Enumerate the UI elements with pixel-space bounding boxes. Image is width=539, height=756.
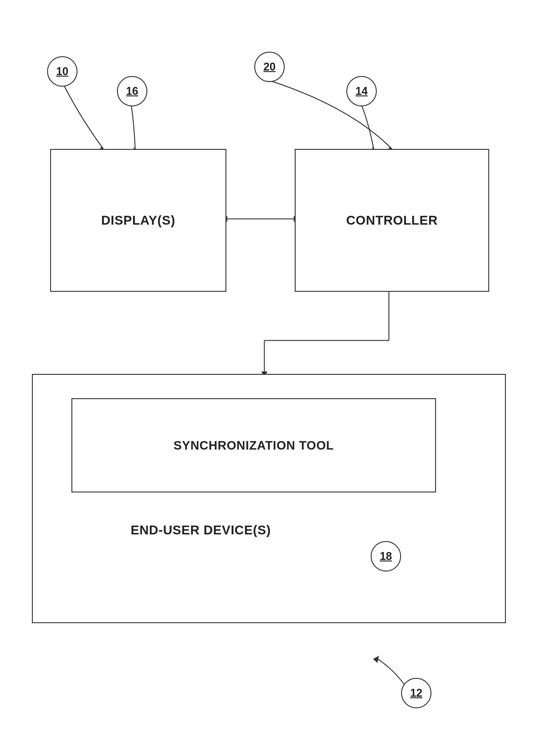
circle-14: 14 (346, 76, 377, 106)
circle-20: 20 (254, 52, 285, 82)
end-user-label: END-USER DEVICE(S) (131, 523, 271, 538)
sync-tool-box: SYNCHRONIZATION TOOL (71, 398, 436, 492)
circle-18: 18 (371, 541, 401, 571)
displays-box: DISPLAY(S) (50, 149, 226, 292)
circle-16: 16 (117, 76, 147, 106)
diagram: 10 20 16 14 DISPLAY(S) CONTROLLER SYNCHR… (0, 0, 539, 756)
controller-box: CONTROLLER (295, 149, 489, 292)
circle-12: 12 (401, 678, 431, 708)
circle-10: 10 (47, 56, 77, 87)
svg-marker-12 (373, 656, 379, 663)
